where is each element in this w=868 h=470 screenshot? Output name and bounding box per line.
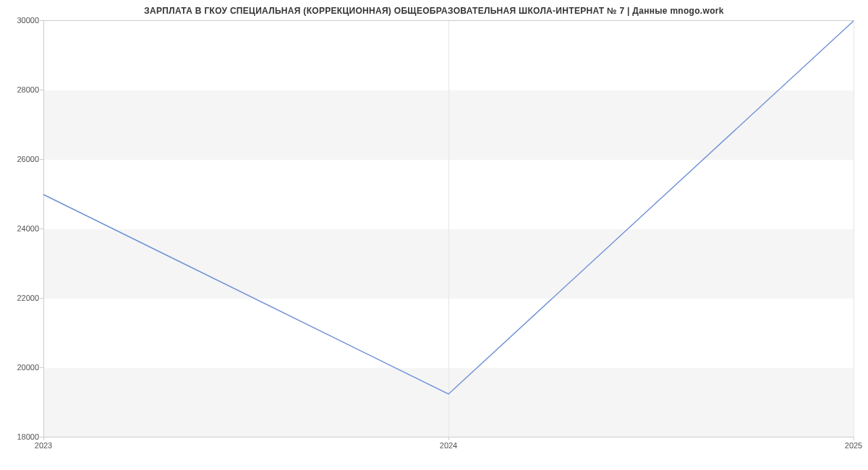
chart-title: ЗАРПЛАТА В ГКОУ СПЕЦИАЛЬНАЯ (КОРРЕКЦИОНН… xyxy=(0,0,868,16)
y-tick-label: 24000 xyxy=(4,224,39,233)
x-tick-label: 2025 xyxy=(845,441,862,450)
y-tick-label: 30000 xyxy=(4,16,39,25)
x-tick-label: 2024 xyxy=(440,441,457,450)
y-tick-label: 22000 xyxy=(4,294,39,302)
y-tick-label: 26000 xyxy=(4,155,39,163)
y-tick-label: 20000 xyxy=(4,363,39,372)
y-tick-label: 28000 xyxy=(4,85,39,94)
line-series xyxy=(43,21,854,437)
plot-area xyxy=(43,20,854,437)
x-tick-label: 2023 xyxy=(35,441,52,450)
grid-vline xyxy=(854,21,854,437)
y-tick-label: 18000 xyxy=(4,432,39,441)
